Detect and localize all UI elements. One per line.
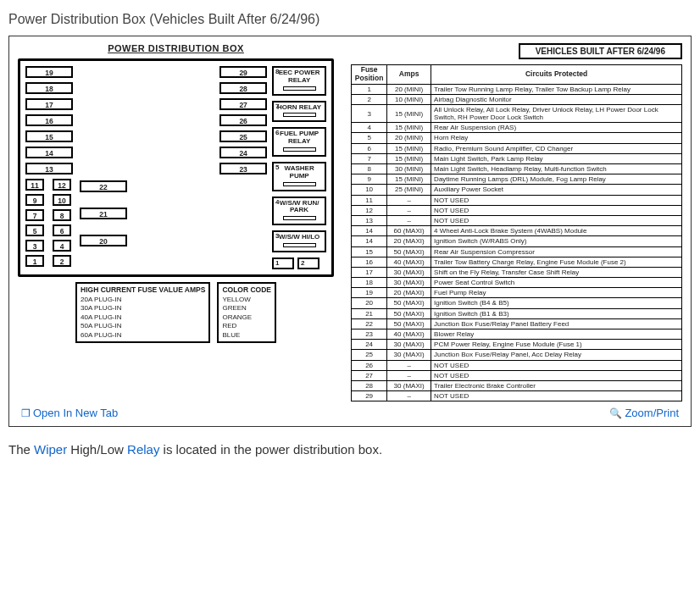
table-cell: 11 <box>352 195 387 205</box>
wiper-link[interactable]: Wiper <box>34 442 67 457</box>
table-cell: 40 (MAXI) <box>387 329 431 340</box>
table-cell: 29 <box>352 391 387 401</box>
table-row: 27–NOT USED <box>352 370 682 380</box>
table-cell: 26 <box>352 360 387 370</box>
table-cell: 8 <box>352 164 387 174</box>
fuse-slot: 14 <box>25 147 73 158</box>
table-cell: 6 <box>352 143 387 153</box>
table-header: Fuse Position <box>352 65 387 85</box>
relay-box: 5WASHER PUMP <box>272 162 326 191</box>
fuse-slot: 27 <box>219 98 267 110</box>
page-title: Power Distribution Box (Vehicles Built A… <box>8 12 692 27</box>
fuse-table-section: VEHICLES BUILT AFTER 6/24/96 Fuse Positi… <box>351 43 682 401</box>
table-row: 830 (MINI)Main Light Switch, Headlamp Re… <box>352 164 682 174</box>
fuse-slot: 1 <box>25 255 44 267</box>
table-cell: 25 (MINI) <box>387 185 431 195</box>
table-cell: 30 (MAXI) <box>387 267 431 277</box>
table-cell: 28 <box>352 380 387 390</box>
table-cell: Ignition Switch (B1 & B3) <box>431 308 682 318</box>
table-row: 2530 (MAXI)Junction Box Fuse/Relay Panel… <box>352 350 682 360</box>
fuse-slot: 28 <box>219 82 267 94</box>
table-row: 1730 (MAXI)Shift on the Fly Relay, Trans… <box>352 267 682 277</box>
fuse-slot: 22 <box>80 180 127 192</box>
table-cell: NOT USED <box>431 195 682 205</box>
table-cell: Blower Relay <box>431 329 682 340</box>
table-row: 1550 (MAXI)Rear Air Suspension Compresso… <box>352 246 682 257</box>
table-cell: Main Light Switch, Park Lamp Relay <box>431 153 682 163</box>
table-cell: 3 <box>352 104 387 122</box>
table-row: 2430 (MAXI)PCM Power Relay, Engine Fuse … <box>352 340 682 350</box>
table-cell: 14 <box>352 236 387 246</box>
figure-toolbar: ❐Open In New Tab 🔍Zoom/Print <box>18 401 682 419</box>
table-row: 1830 (MAXI)Power Seat Control Switch <box>352 278 682 288</box>
table-cell: 50 (MAXI) <box>387 298 431 308</box>
table-cell: Rear Air Suspension Compressor <box>431 246 682 257</box>
table-cell: Radio, Premium Sound Amplifier, CD Chang… <box>431 143 682 153</box>
table-cell: 15 (MINI) <box>387 123 431 133</box>
table-cell: 30 (MAXI) <box>387 278 431 288</box>
fuse-slot: 11 <box>25 179 44 191</box>
fuse-diagram: POWER DISTRIBUTION BOX 1929 1828 1727 16… <box>18 43 334 401</box>
fuse-slot: 18 <box>25 82 73 94</box>
table-cell: Trailer Tow Battery Charge Relay, Engine… <box>431 257 682 267</box>
table-cell: 50 (MAXI) <box>387 318 431 329</box>
table-cell: PCM Power Relay, Engine Fuse Module (Fus… <box>431 340 682 350</box>
table-cell: 10 <box>352 185 387 195</box>
table-cell: 50 (MAXI) <box>387 308 431 318</box>
fuse-slot: 8 <box>53 209 71 221</box>
fuse-table: Fuse Position Amps Circuits Protected 12… <box>351 64 682 401</box>
fuse-slot: 23 <box>219 163 267 174</box>
table-header: Amps <box>387 65 431 85</box>
open-new-tab-link[interactable]: ❐Open In New Tab <box>21 407 118 419</box>
fuse-slot: 17 <box>25 98 73 110</box>
table-cell: 20 (MAXI) <box>387 288 431 298</box>
table-cell: 9 <box>352 174 387 185</box>
fuse-slot: 26 <box>219 114 267 126</box>
external-window-icon: ❐ <box>21 407 31 419</box>
fuse-slot: 19 <box>25 66 73 78</box>
table-cell: – <box>387 360 431 370</box>
table-cell: 16 <box>352 257 387 267</box>
table-cell: NOT USED <box>431 360 682 370</box>
table-row: 120 (MINI)Trailer Tow Running Lamp Relay… <box>352 84 682 94</box>
table-cell: Airbag Diagnostic Monitor <box>431 94 682 104</box>
zoom-print-link[interactable]: 🔍Zoom/Print <box>609 407 679 419</box>
table-cell: NOT USED <box>431 391 682 401</box>
table-row: 2340 (MAXI)Blower Relay <box>352 329 682 340</box>
fuse-slot: 4 <box>53 240 71 252</box>
table-row: 915 (MINI)Daytime Running Lamps (DRL) Mo… <box>352 174 682 185</box>
relay-box-small: 1 <box>272 257 294 269</box>
table-row: 1640 (MAXI)Trailer Tow Battery Charge Re… <box>352 257 682 267</box>
table-cell: 20 (MINI) <box>387 84 431 94</box>
fuse-slot: 24 <box>219 147 267 158</box>
table-cell: 1 <box>352 84 387 94</box>
table-row: 1920 (MAXI)Fuel Pump Relay <box>352 288 682 298</box>
fuse-slot: 6 <box>53 224 71 236</box>
table-row: 520 (MINI)Horn Relay <box>352 133 682 143</box>
left-header: POWER DISTRIBUTION BOX <box>18 43 334 53</box>
table-cell: – <box>387 370 431 380</box>
table-cell: 15 (MINI) <box>387 104 431 122</box>
fuse-slot: 7 <box>25 209 44 221</box>
table-cell: Auxiliary Power Socket <box>431 185 682 195</box>
table-cell: 30 (MAXI) <box>387 380 431 390</box>
right-header: VEHICLES BUILT AFTER 6/24/96 <box>519 43 682 59</box>
relay-link[interactable]: Relay <box>127 442 159 457</box>
table-cell: Main Light Switch, Headlamp Relay, Multi… <box>431 164 682 174</box>
table-cell: NOT USED <box>431 370 682 380</box>
table-cell: 22 <box>352 318 387 329</box>
table-cell: Shift on the Fly Relay, Transfer Case Sh… <box>431 267 682 277</box>
table-cell: Trailer Tow Running Lamp Relay, Trailer … <box>431 84 682 94</box>
table-cell: Power Seat Control Switch <box>431 278 682 288</box>
caption-text: The Wiper High/Low Relay is located in t… <box>8 442 692 457</box>
table-row: 210 (MINI)Airbag Diagnostic Monitor <box>352 94 682 104</box>
table-cell: 40 (MAXI) <box>387 257 431 267</box>
table-cell: 30 (MINI) <box>387 164 431 174</box>
table-cell: Junction Box Fuse/Relay Panel, Acc Delay… <box>431 350 682 360</box>
table-cell: 10 (MINI) <box>387 94 431 104</box>
relay-box: 8EEC POWER RELAY <box>272 66 326 96</box>
table-cell: 2 <box>352 94 387 104</box>
table-row: 415 (MINI)Rear Air Suspension (RAS) <box>352 123 682 133</box>
table-row: 29–NOT USED <box>352 391 682 401</box>
fuse-slot: 20 <box>80 235 127 246</box>
